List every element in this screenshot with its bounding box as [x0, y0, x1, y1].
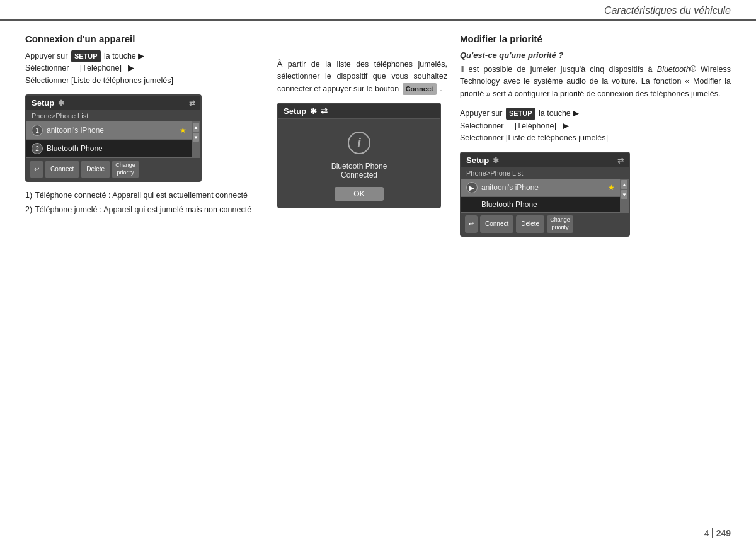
- screen1-item1-star: ★: [180, 126, 186, 135]
- screen1-list: 1 anitooni's iPhone ★ 2 Bluetooth Phone: [26, 121, 192, 158]
- main-content: Connexion d'un appareil Appuyer sur SETU…: [0, 21, 756, 524]
- right-text-4: Sélectionner [Liste de téléphones jumelé…: [460, 133, 608, 142]
- screen-mockup-2: Setup ✱ ⇄ i Bluetooth Phone Connected OK: [277, 103, 441, 208]
- screen3-scroll-down-icon[interactable]: ▼: [621, 190, 627, 199]
- screen1-arrows-icon: ⇄: [189, 99, 195, 108]
- screen1-title: Setup: [32, 98, 54, 108]
- screen2-info-text: Bluetooth Phone Connected: [331, 162, 387, 179]
- screen1-change-priority-button[interactable]: Change priority: [112, 161, 139, 178]
- screen3-item1-play-icon: ▶: [466, 182, 478, 193]
- left-text-3: Sélectionner: [25, 64, 69, 72]
- screen3-item-1: ▶ anitooni's iPhone ★: [461, 179, 620, 197]
- screen1-footer: ↩ Connect Delete Change priority: [26, 158, 200, 180]
- screen3-item2-label: Bluetooth Phone: [481, 200, 537, 209]
- info-icon: i: [348, 132, 370, 154]
- page-footer: 4 249: [0, 524, 756, 542]
- left-section-title: Connexion d'un appareil: [25, 33, 265, 44]
- scroll-down-icon[interactable]: ▼: [193, 133, 199, 142]
- screen-mockup-1: Setup ✱ ⇄ Phone>Phone List 1 anitooni's …: [25, 94, 202, 181]
- right-text-2: la touche: [539, 109, 571, 118]
- screen3-list-area: ▶ anitooni's iPhone ★ Bluetooth Phone ▲ …: [461, 179, 629, 213]
- screen2-header: Setup ✱ ⇄: [278, 104, 440, 119]
- left-column: Connexion d'un appareil Appuyer sur SETU…: [25, 33, 265, 517]
- left-text-4: Sélectionner [Liste de téléphones jumelé…: [25, 76, 173, 85]
- right-arrow-1: ▶: [573, 109, 579, 118]
- left-text-1: Appuyer sur: [25, 52, 67, 60]
- right-bracket-1: [Téléphone]: [515, 121, 556, 130]
- screen3-change-priority-button[interactable]: Change priority: [547, 215, 573, 232]
- setup-badge-2: SETUP: [506, 108, 536, 120]
- left-arrow-2: ▶: [128, 64, 134, 72]
- screen1-item2-num: 2: [32, 143, 43, 154]
- screen3-scrollbar: ▲ ▼: [620, 179, 629, 213]
- left-text-2: la touche: [104, 52, 136, 60]
- mid-text: À partir de la liste des téléphones jume…: [277, 59, 447, 95]
- list-item-2-num: 2): [25, 204, 32, 216]
- screen-mockup-3: Setup ✱ ⇄ Phone>Phone List ▶ anitooni's …: [460, 152, 630, 236]
- list-item-2: 2) Téléphone jumelé : Appareil qui est j…: [25, 204, 265, 216]
- screen2-ok-button[interactable]: OK: [335, 187, 383, 201]
- page-header: Caractéristiques du véhicule: [0, 0, 756, 21]
- screen1-connect-button[interactable]: Connect: [45, 161, 79, 178]
- list-item-1-num: 1): [25, 189, 32, 201]
- screen3-arrows-icon: ⇄: [617, 156, 624, 165]
- screen2-arrows-icon: ⇄: [321, 106, 328, 116]
- screen3-title: Setup: [466, 155, 489, 165]
- screen1-list-area: 1 anitooni's iPhone ★ 2 Bluetooth Phone …: [26, 121, 200, 158]
- list-item-1: 1) Téléphone connecté : Appareil qui est…: [25, 189, 265, 201]
- screen3-sub-header: Phone>Phone List: [461, 167, 629, 179]
- screen1-item1-num: 1: [32, 125, 43, 136]
- screen2-body: i Bluetooth Phone Connected OK: [278, 119, 440, 207]
- list-item-2-text: Téléphone jumelé : Appareil qui est jume…: [35, 204, 251, 216]
- page-num: 249: [712, 528, 731, 538]
- mid-column: À partir de la liste des téléphones jume…: [277, 33, 447, 517]
- right-text-1: Appuyer sur: [460, 109, 502, 118]
- mid-period: .: [440, 84, 442, 93]
- setup-badge-1: SETUP: [71, 50, 101, 62]
- screen1-scrollbar: ▲ ▼: [192, 121, 200, 158]
- footnote-list: 1) Téléphone connecté : Appareil qui est…: [25, 189, 265, 217]
- right-text-3: Sélectionner: [460, 121, 504, 130]
- right-arrow-2: ▶: [563, 121, 569, 130]
- right-section-title: Modifier la priorité: [460, 33, 731, 44]
- screen3-list: ▶ anitooni's iPhone ★ Bluetooth Phone: [461, 179, 620, 213]
- screen3-scroll-up-icon[interactable]: ▲: [621, 180, 627, 189]
- connect-badge: Connect: [403, 83, 437, 95]
- screen3-back-button[interactable]: ↩: [465, 215, 478, 232]
- screen1-delete-button[interactable]: Delete: [81, 161, 110, 178]
- right-sub-heading: Qu'est-ce qu'une priorité ?: [460, 50, 731, 60]
- screen1-bt-icon: ✱: [58, 99, 64, 108]
- screen3-item-2: Bluetooth Phone: [461, 197, 620, 213]
- right-column: Modifier la priorité Qu'est-ce qu'une pr…: [460, 33, 731, 517]
- screen2-bt-icon: ✱: [310, 106, 317, 116]
- screen2-text-line2: Connected: [341, 171, 377, 179]
- screen1-item-1: 1 anitooni's iPhone ★: [26, 121, 192, 140]
- screen3-item1-label: anitooni's iPhone: [481, 183, 539, 192]
- page-number: 4 249: [704, 528, 731, 538]
- screen3-connect-button[interactable]: Connect: [480, 215, 513, 232]
- right-para1: Il est possible de jumeler jusqu'à cinq …: [460, 64, 731, 100]
- list-item-1-text: Téléphone connecté : Appareil qui est ac…: [35, 189, 248, 201]
- screen3-footer: ↩ Connect Delete Change priority: [461, 213, 629, 235]
- screen1-sub-header: Phone>Phone List: [26, 110, 200, 121]
- screen3-delete-button[interactable]: Delete: [516, 215, 544, 232]
- left-arrow-1: ▶: [138, 52, 144, 60]
- chapter-number: 4: [704, 528, 709, 538]
- screen2-text-line1: Bluetooth Phone: [331, 162, 387, 171]
- screen3-header: Setup ✱ ⇄: [461, 153, 629, 167]
- screen1-back-button[interactable]: ↩: [30, 161, 43, 178]
- screen1-item-2: 2 Bluetooth Phone: [26, 140, 192, 158]
- header-title: Caractéristiques du véhicule: [604, 5, 731, 16]
- left-bracket-1: [Téléphone]: [80, 64, 122, 72]
- screen2-title: Setup: [284, 106, 306, 116]
- screen1-item1-label: anitooni's iPhone: [47, 126, 104, 135]
- scroll-up-icon[interactable]: ▲: [193, 123, 199, 132]
- screen3-bt-icon: ✱: [493, 156, 499, 165]
- screen3-item1-star: ★: [608, 183, 615, 192]
- right-intro-text: Appuyer sur SETUP la touche ▶ Sélectionn…: [460, 108, 731, 144]
- left-intro-text: Appuyer sur SETUP la touche ▶ Sélectionn…: [25, 50, 265, 87]
- screen1-item2-label: Bluetooth Phone: [47, 144, 103, 153]
- screen1-header: Setup ✱ ⇄: [26, 96, 200, 110]
